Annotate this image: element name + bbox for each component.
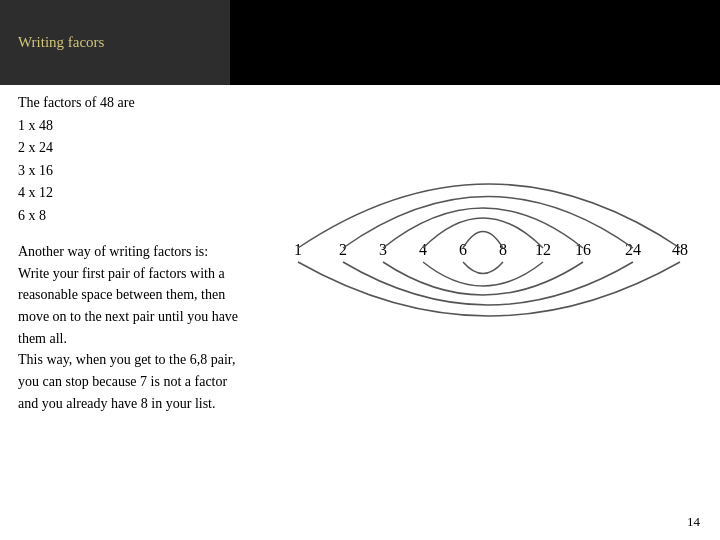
- factor-oval-diagram: 1 2 3 4 6 8 12 16 24 48: [280, 100, 700, 380]
- explanation-line6: This way, when you get to the 6,8 pair,: [18, 349, 308, 371]
- main-content: The factors of 48 are 1 x 48 2 x 24 3 x …: [18, 95, 308, 414]
- factor-pair-5: 6 x 8: [18, 205, 308, 227]
- svg-text:3: 3: [379, 241, 387, 258]
- explanation-line2: Write your first pair of factors with a: [18, 263, 308, 285]
- factor-pair-3: 3 x 16: [18, 160, 308, 182]
- svg-text:4: 4: [419, 241, 427, 258]
- factors-list: 1 x 48 2 x 24 3 x 16 4 x 12 6 x 8: [18, 115, 308, 227]
- factor-pair-4: 4 x 12: [18, 182, 308, 204]
- explanation-line3: reasonable space between them, then: [18, 284, 308, 306]
- factors-intro: The factors of 48 are: [18, 95, 308, 111]
- factor-diagram: 1 2 3 4 6 8 12 16 24 48: [280, 100, 700, 380]
- explanation-line4: move on to the next pair until you have: [18, 306, 308, 328]
- header-bar: Writing facors: [0, 0, 720, 85]
- explanation-line5: them all.: [18, 328, 308, 350]
- intro-text: The factors of 48 are: [18, 95, 308, 111]
- explanation-line7: you can stop because 7 is not a factor: [18, 371, 308, 393]
- header-title: Writing facors: [18, 34, 104, 51]
- svg-text:1: 1: [294, 241, 302, 258]
- explanation-line1: Another way of writing factors is:: [18, 241, 308, 263]
- header-title-box: Writing facors: [0, 0, 230, 85]
- page-number: 14: [687, 514, 700, 530]
- svg-text:2: 2: [339, 241, 347, 258]
- explanation-line8: and you already have 8 in your list.: [18, 393, 308, 415]
- factor-pair-1: 1 x 48: [18, 115, 308, 137]
- factor-pair-2: 2 x 24: [18, 137, 308, 159]
- explanation-text: Another way of writing factors is: Write…: [18, 241, 308, 415]
